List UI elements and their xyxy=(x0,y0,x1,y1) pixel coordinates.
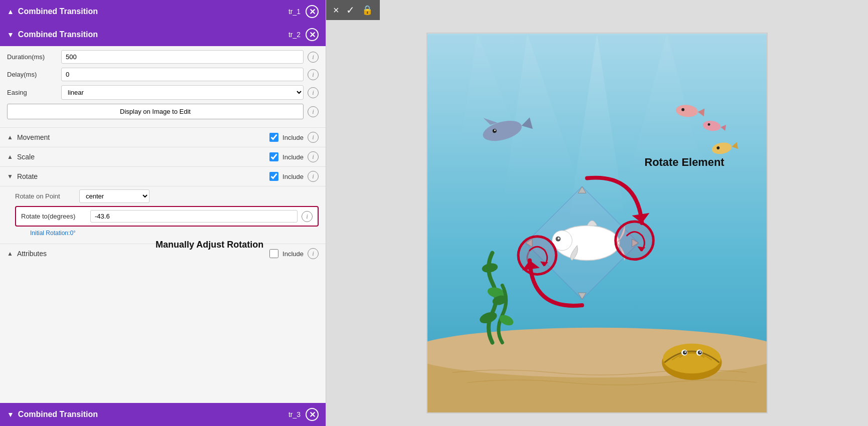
rotate-to-box: Rotate to(degrees) i xyxy=(15,206,319,227)
rotate-element-text: Rotate Element xyxy=(644,156,725,168)
attributes-chevron[interactable]: ▲ xyxy=(7,250,13,257)
rotate-checkbox[interactable] xyxy=(269,172,278,181)
close-btn-tr3[interactable]: ✕ xyxy=(306,408,319,421)
scale-section-row: ▲ Scale Include i xyxy=(0,147,326,166)
canvas-area: Rotate Element xyxy=(326,20,868,426)
rotate-section-row: ▼ Rotate Include i xyxy=(0,166,326,186)
transition-label-tr3: Combined Transition xyxy=(18,410,98,419)
display-on-image-button[interactable]: Display on Image to Edit xyxy=(7,104,304,119)
form-section: Duration(ms) i Delay(ms) i Easing linear… xyxy=(0,46,326,127)
tr-id-tr1: tr_1 xyxy=(288,8,301,16)
delay-info-btn[interactable]: i xyxy=(308,69,319,80)
rotate-chevron[interactable]: ▼ xyxy=(7,173,13,180)
canvas-container: Rotate Element xyxy=(426,33,768,413)
movement-include-label: Include xyxy=(282,134,304,141)
transition-header-tr3[interactable]: ▼ Combined Transition tr_3 ✕ xyxy=(0,403,326,426)
display-row: Display on Image to Edit i xyxy=(7,104,319,119)
scale-chevron[interactable]: ▲ xyxy=(7,153,13,160)
movement-info-btn[interactable]: i xyxy=(308,132,319,143)
chevron-tr1: ▲ xyxy=(7,8,14,16)
duration-row: Duration(ms) i xyxy=(7,50,319,64)
easing-row: Easing linear ease ease-in ease-out ease… xyxy=(7,85,319,100)
transition-header-tr2[interactable]: ▼ Combined Transition tr_2 ✕ xyxy=(0,23,326,46)
easing-info-btn[interactable]: i xyxy=(308,87,319,98)
rotate-on-point-row: Rotate on Point center top-left top-righ… xyxy=(15,189,319,203)
delay-row: Delay(ms) i xyxy=(7,68,319,81)
movement-chevron[interactable]: ▲ xyxy=(7,134,13,141)
delay-input[interactable] xyxy=(61,68,304,81)
header-left-tr2: ▼ Combined Transition xyxy=(7,30,288,39)
svg-point-14 xyxy=(663,344,720,374)
rotate-sub-section: Rotate on Point center top-left top-righ… xyxy=(0,186,326,244)
transition-header-tr1[interactable]: ▲ Combined Transition tr_1 ✕ xyxy=(0,0,326,23)
delay-label: Delay(ms) xyxy=(7,71,57,78)
chevron-tr3: ▼ xyxy=(7,410,14,418)
duration-input[interactable] xyxy=(61,50,304,64)
close-btn-tr1[interactable]: ✕ xyxy=(306,5,319,18)
check-icon[interactable]: ✓ xyxy=(346,4,355,16)
transition-label-tr1: Combined Transition xyxy=(18,7,98,16)
rotate-info-btn[interactable]: i xyxy=(308,171,319,182)
rotate-to-info-btn[interactable]: i xyxy=(302,211,313,222)
svg-point-20 xyxy=(699,351,701,353)
chevron-tr2: ▼ xyxy=(7,31,14,39)
svg-point-19 xyxy=(684,351,686,353)
right-panel: × ✓ 🔒 xyxy=(326,0,868,426)
transition-label-tr2: Combined Transition xyxy=(18,30,98,39)
header-left-tr1: ▲ Combined Transition xyxy=(7,7,288,16)
toolbar-bar: × ✓ 🔒 xyxy=(326,0,380,20)
lock-icon[interactable]: 🔒 xyxy=(362,5,373,16)
movement-title: Movement xyxy=(17,133,265,141)
display-info-btn[interactable]: i xyxy=(308,106,319,117)
duration-label: Duration(ms) xyxy=(7,53,57,61)
rotate-on-point-select[interactable]: center top-left top-right bottom-left bo… xyxy=(79,189,150,203)
scale-title: Scale xyxy=(17,153,265,161)
rotate-to-input[interactable] xyxy=(90,210,298,223)
rotate-on-point-label: Rotate on Point xyxy=(15,192,75,200)
movement-checkbox[interactable] xyxy=(269,133,278,142)
close-btn-tr2[interactable]: ✕ xyxy=(306,28,319,41)
easing-label: Easing xyxy=(7,89,57,96)
movement-section-row: ▲ Movement Include i xyxy=(0,127,326,147)
left-panel: ▲ Combined Transition tr_1 ✕ ▼ Combined … xyxy=(0,0,326,426)
svg-point-43 xyxy=(557,238,559,240)
rotate-to-label: Rotate to(degrees) xyxy=(21,212,86,220)
tr-id-tr2: tr_2 xyxy=(288,31,301,39)
rotate-include-label: Include xyxy=(282,173,304,180)
scale-include-label: Include xyxy=(282,153,304,161)
easing-select[interactable]: linear ease ease-in ease-out ease-in-out xyxy=(61,85,304,100)
initial-rotation-link[interactable]: Initial Rotation:0° xyxy=(30,230,319,237)
scale-checkbox[interactable] xyxy=(269,152,278,161)
scale-info-btn[interactable]: i xyxy=(308,151,319,162)
header-left-tr3: ▼ Combined Transition xyxy=(7,410,288,419)
svg-point-48 xyxy=(616,222,654,260)
scene-svg: Rotate Element xyxy=(427,34,767,412)
attributes-info-btn[interactable]: i xyxy=(308,248,319,259)
rotate-title: Rotate xyxy=(17,172,265,180)
attributes-include-label: Include xyxy=(282,250,304,258)
close-icon[interactable]: × xyxy=(333,5,339,16)
attributes-section-row: ▲ Attributes Include i xyxy=(0,244,326,263)
tr-id-tr3: tr_3 xyxy=(288,410,301,418)
attributes-title: Attributes xyxy=(17,250,265,258)
attributes-checkbox[interactable] xyxy=(269,249,278,258)
duration-info-btn[interactable]: i xyxy=(308,52,319,63)
